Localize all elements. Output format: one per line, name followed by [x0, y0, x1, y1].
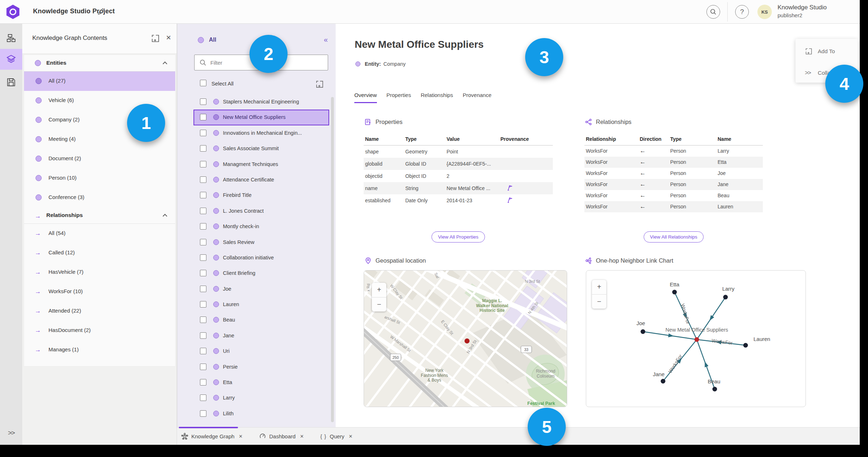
close-tab-icon[interactable]: ✕ [239, 434, 243, 439]
relationship-link[interactable]: WorksFor [584, 146, 638, 157]
tree-item[interactable]: →HasVehicle (7) [24, 263, 175, 282]
item-checkbox[interactable] [200, 317, 206, 323]
list-scrollbar[interactable] [331, 97, 334, 422]
list-item[interactable]: Joe [177, 281, 336, 297]
list-item[interactable]: L. Jones Contract [177, 203, 336, 219]
zoom-out-button[interactable]: − [372, 297, 386, 312]
list-item[interactable]: Sales Review [177, 235, 336, 250]
item-checkbox[interactable] [200, 332, 206, 339]
list-item[interactable]: Uri [177, 343, 336, 359]
zoom-out-button[interactable]: − [592, 295, 606, 309]
help-button[interactable]: ? [735, 5, 749, 19]
tree-item[interactable]: →Manages (1) [24, 340, 175, 360]
relationship-link[interactable]: WorksFor [584, 179, 638, 190]
list-item[interactable]: Beau [177, 312, 336, 328]
zoom-in-button[interactable]: + [372, 283, 386, 297]
relationship-link[interactable]: WorksFor [584, 157, 638, 168]
list-item[interactable]: Jane [177, 328, 336, 343]
search-button[interactable] [706, 5, 720, 19]
item-checkbox[interactable] [200, 192, 206, 198]
user-block[interactable]: Knowledge Studio publisher2 [778, 4, 827, 19]
bottom-tab-knowledge-graph[interactable]: Knowledge Graph✕ [181, 433, 243, 440]
relationship-link[interactable]: WorksFor [584, 168, 638, 179]
list-item[interactable]: Etta [177, 375, 336, 390]
save-button[interactable] [0, 72, 22, 93]
data-model-button[interactable] [0, 28, 22, 49]
provenance-flag-icon[interactable] [507, 197, 513, 203]
tree-section-header[interactable]: Entities [24, 55, 175, 71]
zoom-in-button[interactable]: + [592, 280, 606, 295]
item-checkbox[interactable] [200, 208, 206, 214]
list-item[interactable]: Persie [177, 359, 336, 375]
item-checkbox[interactable] [200, 161, 206, 167]
add-to-menu-item[interactable]: Add To [795, 45, 858, 57]
list-item[interactable]: Attendance Certificate [177, 172, 336, 188]
rel-name-link[interactable]: Larry [716, 146, 763, 157]
item-checkbox[interactable] [200, 410, 206, 417]
list-item[interactable]: Larry [177, 390, 336, 406]
list-item[interactable]: Lilith [177, 406, 336, 421]
chevron-up-icon[interactable] [163, 214, 167, 218]
item-checkbox[interactable] [200, 254, 206, 261]
close-tab-icon[interactable]: ✕ [300, 434, 304, 439]
rel-name-link[interactable]: Joe [716, 168, 763, 179]
select-all-checkbox[interactable] [200, 80, 206, 86]
item-checkbox[interactable] [200, 270, 206, 276]
chevron-up-icon[interactable] [163, 61, 167, 66]
list-item[interactable]: Collaboration initiative [177, 250, 336, 266]
list-item[interactable]: Sales Associate Summit [177, 141, 336, 156]
tree-item[interactable]: →HasDocument (2) [24, 321, 175, 340]
item-checkbox[interactable] [200, 239, 206, 245]
close-tab-icon[interactable]: ✕ [349, 434, 353, 439]
list-item[interactable]: Lauren [177, 297, 336, 312]
rel-name-link[interactable]: Beau [716, 190, 763, 201]
edit-title-icon[interactable] [97, 7, 106, 16]
bottom-tab-query[interactable]: { }Query✕ [320, 433, 353, 439]
bottom-tab-dashboard[interactable]: Dashboard✕ [259, 433, 304, 440]
item-checkbox[interactable] [200, 364, 206, 370]
add-frame-icon[interactable] [315, 80, 324, 89]
relationship-link[interactable]: WorksFor [584, 190, 638, 201]
list-item[interactable]: Innovations in Mechanical Engin... [177, 125, 336, 141]
item-checkbox[interactable] [200, 114, 206, 120]
one-hop-link-chart[interactable]: WorksForWorksForWorksForEttaLarryJoeLaur… [586, 270, 806, 407]
list-item[interactable]: New Metal Office Suppliers [193, 110, 329, 125]
tab-properties[interactable]: Properties [387, 92, 411, 103]
tab-relationships[interactable]: Relationships [421, 92, 453, 103]
geospatial-map[interactable]: k RdW Clay StSalN 3rd StMaggie L.Walker … [364, 270, 567, 407]
list-item[interactable]: Client Briefing [177, 266, 336, 281]
add-to-new-icon[interactable] [151, 34, 160, 43]
tree-item[interactable]: Conference (3) [24, 188, 175, 207]
item-checkbox[interactable] [200, 223, 206, 230]
rel-name-link[interactable]: Etta [716, 157, 763, 168]
layers-button[interactable] [0, 49, 22, 70]
item-checkbox[interactable] [200, 286, 206, 292]
tree-item[interactable]: Document (2) [24, 149, 175, 169]
tab-overview[interactable]: Overview [354, 92, 377, 103]
list-item[interactable]: Managment Techniques [177, 157, 336, 172]
tree-item[interactable]: Person (10) [24, 169, 175, 188]
tree-section-header[interactable]: →Relationships [24, 207, 175, 224]
provenance-flag-icon[interactable] [507, 185, 513, 191]
view-all-properties-button[interactable]: View All Properties [431, 231, 485, 243]
item-checkbox[interactable] [200, 145, 206, 152]
tree-item[interactable]: All (27) [24, 71, 175, 91]
item-checkbox[interactable] [200, 301, 206, 308]
list-item[interactable]: Staplers Mechanical Engineering [177, 94, 336, 110]
item-checkbox[interactable] [200, 394, 206, 401]
user-avatar[interactable]: KS [757, 5, 772, 19]
close-panel-button[interactable]: ✕ [166, 34, 171, 42]
tab-provenance[interactable]: Provenance [463, 92, 491, 103]
rel-name-link[interactable]: Lauren [716, 201, 763, 212]
rel-name-link[interactable]: Jane [716, 179, 763, 190]
tree-item[interactable]: →Attended (22) [24, 301, 175, 321]
view-all-relationships-button[interactable]: View All Relationships [644, 231, 704, 243]
item-checkbox[interactable] [200, 379, 206, 386]
relationship-link[interactable]: WorksFor [584, 201, 638, 212]
collapse-list-panel-button[interactable]: « [324, 36, 328, 44]
item-checkbox[interactable] [200, 176, 206, 183]
item-checkbox[interactable] [200, 348, 206, 354]
item-checkbox[interactable] [200, 98, 206, 105]
tree-item[interactable]: →Called (12) [24, 243, 175, 263]
tree-item[interactable]: →All (54) [24, 224, 175, 243]
